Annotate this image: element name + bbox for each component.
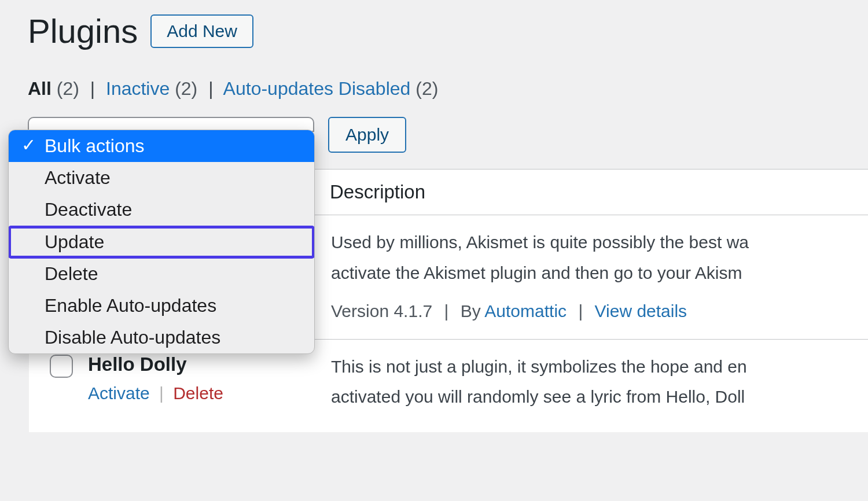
- add-new-button[interactable]: Add New: [150, 14, 253, 48]
- bulk-actions-select[interactable]: Bulk actions Activate Deactivate Update …: [28, 117, 314, 132]
- page-title: Plugins: [28, 12, 138, 50]
- filter-inactive-count: (2): [175, 78, 197, 99]
- by-label: By: [461, 301, 481, 321]
- version-label: Version: [331, 301, 389, 321]
- bulk-option-activate[interactable]: Activate: [9, 162, 314, 194]
- filter-links: All (2) | Inactive (2) | Auto-updates Di…: [28, 78, 868, 100]
- plugin-name: Hello Dolly: [88, 353, 331, 375]
- plugin-description: Used by millions, Akismet is quite possi…: [331, 229, 868, 256]
- filter-auto-updates-disabled[interactable]: Auto-updates Disabled: [223, 78, 411, 99]
- plugin-description: This is not just a plugin, it symbolizes…: [331, 353, 868, 381]
- bulk-option-deactivate[interactable]: Deactivate: [9, 194, 314, 226]
- plugin-description: activated you will randomly see a lyric …: [331, 384, 868, 411]
- plugin-author-link[interactable]: Automattic: [484, 301, 567, 321]
- bulk-option-update[interactable]: Update: [9, 226, 314, 258]
- bulk-option-enable-auto-updates[interactable]: Enable Auto-updates: [9, 290, 314, 322]
- version-value: 4.1.7: [393, 301, 432, 321]
- filter-auto-updates-disabled-count: (2): [415, 78, 438, 99]
- filter-separator: |: [208, 78, 213, 99]
- filter-separator: |: [90, 78, 95, 99]
- bulk-option-delete[interactable]: Delete: [9, 258, 314, 290]
- filter-inactive[interactable]: Inactive: [106, 78, 170, 99]
- view-details-link[interactable]: View details: [595, 301, 687, 321]
- plugin-meta: Version 4.1.7 | By Automattic | View det…: [331, 298, 868, 325]
- filter-all-count: (2): [57, 78, 79, 99]
- plugin-description: activate the Akismet plugin and then go …: [331, 260, 868, 287]
- bulk-option-bulk-actions[interactable]: Bulk actions: [9, 130, 314, 162]
- row-checkbox[interactable]: [50, 355, 73, 378]
- filter-all[interactable]: All: [28, 78, 52, 99]
- apply-button[interactable]: Apply: [328, 117, 406, 153]
- activate-link[interactable]: Activate: [88, 384, 150, 403]
- delete-link[interactable]: Delete: [173, 384, 223, 403]
- bulk-actions-dropdown: Bulk actions Activate Deactivate Update …: [8, 130, 315, 354]
- bulk-option-disable-auto-updates[interactable]: Disable Auto-updates: [9, 322, 314, 353]
